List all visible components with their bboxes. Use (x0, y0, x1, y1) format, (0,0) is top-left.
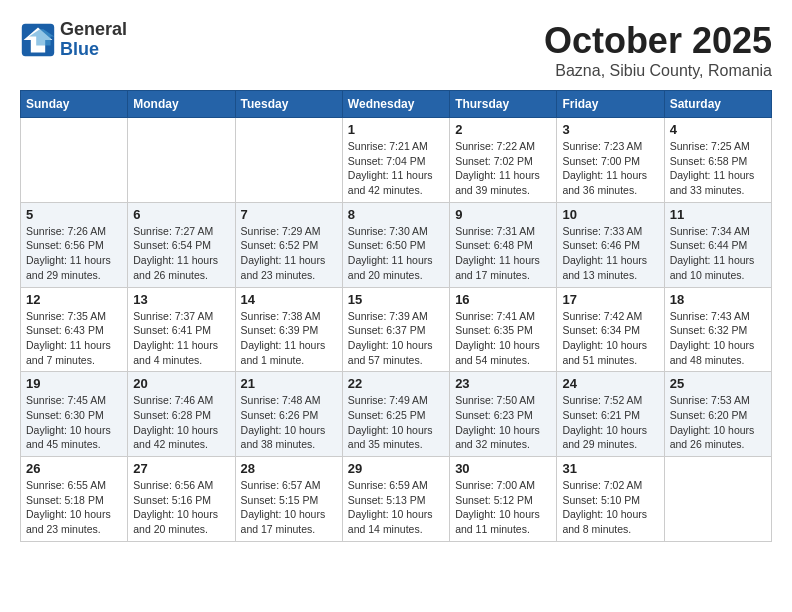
header-wednesday: Wednesday (342, 91, 449, 118)
day-number: 9 (455, 207, 551, 222)
table-row: 1Sunrise: 7:21 AM Sunset: 7:04 PM Daylig… (342, 118, 449, 203)
day-number: 17 (562, 292, 658, 307)
header-thursday: Thursday (450, 91, 557, 118)
location-subtitle: Bazna, Sibiu County, Romania (544, 62, 772, 80)
table-row: 3Sunrise: 7:23 AM Sunset: 7:00 PM Daylig… (557, 118, 664, 203)
table-row: 5Sunrise: 7:26 AM Sunset: 6:56 PM Daylig… (21, 202, 128, 287)
day-info: Sunrise: 7:46 AM Sunset: 6:28 PM Dayligh… (133, 393, 229, 452)
day-info: Sunrise: 7:38 AM Sunset: 6:39 PM Dayligh… (241, 309, 337, 368)
day-info: Sunrise: 7:41 AM Sunset: 6:35 PM Dayligh… (455, 309, 551, 368)
day-info: Sunrise: 7:29 AM Sunset: 6:52 PM Dayligh… (241, 224, 337, 283)
table-row: 13Sunrise: 7:37 AM Sunset: 6:41 PM Dayli… (128, 287, 235, 372)
day-number: 20 (133, 376, 229, 391)
day-number: 24 (562, 376, 658, 391)
day-info: Sunrise: 7:43 AM Sunset: 6:32 PM Dayligh… (670, 309, 766, 368)
day-info: Sunrise: 7:00 AM Sunset: 5:12 PM Dayligh… (455, 478, 551, 537)
calendar-week-row: 12Sunrise: 7:35 AM Sunset: 6:43 PM Dayli… (21, 287, 772, 372)
day-number: 21 (241, 376, 337, 391)
table-row: 12Sunrise: 7:35 AM Sunset: 6:43 PM Dayli… (21, 287, 128, 372)
page-header: General Blue October 2025 Bazna, Sibiu C… (20, 20, 772, 80)
day-info: Sunrise: 7:31 AM Sunset: 6:48 PM Dayligh… (455, 224, 551, 283)
table-row: 23Sunrise: 7:50 AM Sunset: 6:23 PM Dayli… (450, 372, 557, 457)
table-row (235, 118, 342, 203)
logo-general-text: General (60, 20, 127, 40)
table-row (21, 118, 128, 203)
table-row: 9Sunrise: 7:31 AM Sunset: 6:48 PM Daylig… (450, 202, 557, 287)
day-number: 3 (562, 122, 658, 137)
day-number: 30 (455, 461, 551, 476)
table-row: 27Sunrise: 6:56 AM Sunset: 5:16 PM Dayli… (128, 457, 235, 542)
day-info: Sunrise: 7:49 AM Sunset: 6:25 PM Dayligh… (348, 393, 444, 452)
table-row: 14Sunrise: 7:38 AM Sunset: 6:39 PM Dayli… (235, 287, 342, 372)
table-row: 21Sunrise: 7:48 AM Sunset: 6:26 PM Dayli… (235, 372, 342, 457)
day-info: Sunrise: 7:37 AM Sunset: 6:41 PM Dayligh… (133, 309, 229, 368)
table-row: 7Sunrise: 7:29 AM Sunset: 6:52 PM Daylig… (235, 202, 342, 287)
logo-icon (20, 22, 56, 58)
day-number: 23 (455, 376, 551, 391)
table-row: 2Sunrise: 7:22 AM Sunset: 7:02 PM Daylig… (450, 118, 557, 203)
table-row: 22Sunrise: 7:49 AM Sunset: 6:25 PM Dayli… (342, 372, 449, 457)
table-row: 6Sunrise: 7:27 AM Sunset: 6:54 PM Daylig… (128, 202, 235, 287)
day-info: Sunrise: 6:59 AM Sunset: 5:13 PM Dayligh… (348, 478, 444, 537)
day-number: 8 (348, 207, 444, 222)
table-row: 25Sunrise: 7:53 AM Sunset: 6:20 PM Dayli… (664, 372, 771, 457)
day-number: 22 (348, 376, 444, 391)
header-sunday: Sunday (21, 91, 128, 118)
table-row: 20Sunrise: 7:46 AM Sunset: 6:28 PM Dayli… (128, 372, 235, 457)
calendar-table: Sunday Monday Tuesday Wednesday Thursday… (20, 90, 772, 542)
day-info: Sunrise: 7:53 AM Sunset: 6:20 PM Dayligh… (670, 393, 766, 452)
day-number: 27 (133, 461, 229, 476)
table-row: 8Sunrise: 7:30 AM Sunset: 6:50 PM Daylig… (342, 202, 449, 287)
day-info: Sunrise: 7:34 AM Sunset: 6:44 PM Dayligh… (670, 224, 766, 283)
day-info: Sunrise: 7:23 AM Sunset: 7:00 PM Dayligh… (562, 139, 658, 198)
table-row: 30Sunrise: 7:00 AM Sunset: 5:12 PM Dayli… (450, 457, 557, 542)
day-number: 4 (670, 122, 766, 137)
day-info: Sunrise: 7:26 AM Sunset: 6:56 PM Dayligh… (26, 224, 122, 283)
day-number: 18 (670, 292, 766, 307)
day-number: 6 (133, 207, 229, 222)
month-title: October 2025 (544, 20, 772, 62)
day-number: 25 (670, 376, 766, 391)
header-friday: Friday (557, 91, 664, 118)
day-number: 13 (133, 292, 229, 307)
day-info: Sunrise: 7:35 AM Sunset: 6:43 PM Dayligh… (26, 309, 122, 368)
day-number: 2 (455, 122, 551, 137)
day-number: 10 (562, 207, 658, 222)
table-row: 4Sunrise: 7:25 AM Sunset: 6:58 PM Daylig… (664, 118, 771, 203)
logo-text: General Blue (60, 20, 127, 60)
day-info: Sunrise: 7:39 AM Sunset: 6:37 PM Dayligh… (348, 309, 444, 368)
table-row: 11Sunrise: 7:34 AM Sunset: 6:44 PM Dayli… (664, 202, 771, 287)
calendar-week-row: 19Sunrise: 7:45 AM Sunset: 6:30 PM Dayli… (21, 372, 772, 457)
day-info: Sunrise: 7:50 AM Sunset: 6:23 PM Dayligh… (455, 393, 551, 452)
day-info: Sunrise: 7:48 AM Sunset: 6:26 PM Dayligh… (241, 393, 337, 452)
day-info: Sunrise: 7:27 AM Sunset: 6:54 PM Dayligh… (133, 224, 229, 283)
table-row (128, 118, 235, 203)
day-number: 5 (26, 207, 122, 222)
day-number: 1 (348, 122, 444, 137)
header-monday: Monday (128, 91, 235, 118)
day-info: Sunrise: 7:52 AM Sunset: 6:21 PM Dayligh… (562, 393, 658, 452)
day-info: Sunrise: 7:42 AM Sunset: 6:34 PM Dayligh… (562, 309, 658, 368)
day-number: 29 (348, 461, 444, 476)
table-row: 26Sunrise: 6:55 AM Sunset: 5:18 PM Dayli… (21, 457, 128, 542)
day-number: 16 (455, 292, 551, 307)
day-number: 28 (241, 461, 337, 476)
calendar-week-row: 26Sunrise: 6:55 AM Sunset: 5:18 PM Dayli… (21, 457, 772, 542)
weekday-header-row: Sunday Monday Tuesday Wednesday Thursday… (21, 91, 772, 118)
header-tuesday: Tuesday (235, 91, 342, 118)
day-info: Sunrise: 7:22 AM Sunset: 7:02 PM Dayligh… (455, 139, 551, 198)
day-info: Sunrise: 6:55 AM Sunset: 5:18 PM Dayligh… (26, 478, 122, 537)
logo-blue-text: Blue (60, 40, 127, 60)
calendar-week-row: 5Sunrise: 7:26 AM Sunset: 6:56 PM Daylig… (21, 202, 772, 287)
table-row: 15Sunrise: 7:39 AM Sunset: 6:37 PM Dayli… (342, 287, 449, 372)
table-row: 31Sunrise: 7:02 AM Sunset: 5:10 PM Dayli… (557, 457, 664, 542)
day-number: 15 (348, 292, 444, 307)
day-info: Sunrise: 6:57 AM Sunset: 5:15 PM Dayligh… (241, 478, 337, 537)
day-info: Sunrise: 7:02 AM Sunset: 5:10 PM Dayligh… (562, 478, 658, 537)
table-row: 18Sunrise: 7:43 AM Sunset: 6:32 PM Dayli… (664, 287, 771, 372)
day-info: Sunrise: 7:25 AM Sunset: 6:58 PM Dayligh… (670, 139, 766, 198)
title-block: October 2025 Bazna, Sibiu County, Romani… (544, 20, 772, 80)
calendar-week-row: 1Sunrise: 7:21 AM Sunset: 7:04 PM Daylig… (21, 118, 772, 203)
table-row: 28Sunrise: 6:57 AM Sunset: 5:15 PM Dayli… (235, 457, 342, 542)
day-number: 11 (670, 207, 766, 222)
